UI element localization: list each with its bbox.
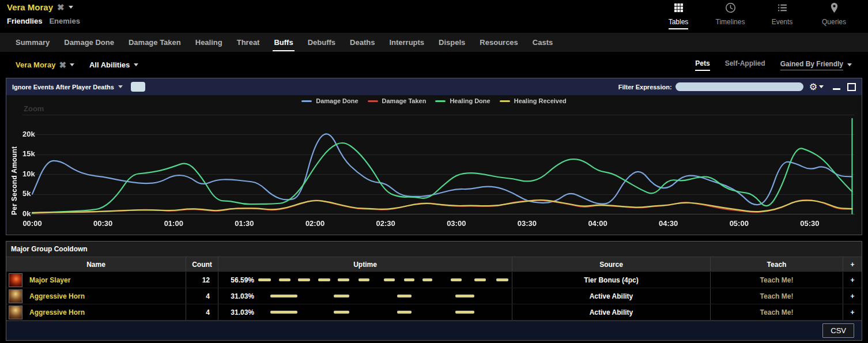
tab-debuffs[interactable]: Debuffs <box>308 33 335 52</box>
name-cell: Aggressive Horn <box>6 288 186 304</box>
ignore-deaths-toggle[interactable] <box>131 82 145 92</box>
report-page: { "header": { "player": {"name": "Vera M… <box>0 0 868 343</box>
teach-cell[interactable]: Teach Me! <box>711 288 843 304</box>
player-name: Vera Moray <box>16 61 55 69</box>
report-player-selector[interactable]: Vera Moray ✖ <box>7 2 80 12</box>
uptime-bar <box>258 288 508 304</box>
caret-down-icon <box>134 63 138 66</box>
chart-toolbar: Ignore Events After Player Deaths Filter… <box>6 78 862 95</box>
uptime-percent: 31.03% <box>218 308 254 316</box>
top-header: Vera Moray ✖ FriendliesEnemies TablesTim… <box>0 0 868 33</box>
uptime-segment <box>298 278 310 281</box>
uptime-bar <box>258 272 508 288</box>
ability-name-link[interactable]: Aggressive Horn <box>29 308 85 316</box>
filter-expression-input[interactable] <box>675 82 803 91</box>
minimize-icon[interactable] <box>833 84 840 91</box>
uptime-bar <box>258 304 508 320</box>
tab-threat[interactable]: Threat <box>237 33 260 52</box>
nav-item-timelines[interactable]: Timelines <box>704 0 756 33</box>
caret-down-icon[interactable] <box>819 85 824 88</box>
nav-item-events[interactable]: Events <box>756 0 808 33</box>
tab-damage-taken[interactable]: Damage Taken <box>129 33 181 52</box>
count-cell: 12 <box>186 272 218 288</box>
source-cell: Tier Bonus (4pc) <box>512 272 711 288</box>
tab-summary[interactable]: Summary <box>16 33 50 52</box>
uptime-cell: 31.03% <box>218 288 512 304</box>
close-icon[interactable]: ✖ <box>57 3 65 12</box>
nav-item-label: Tables <box>669 18 689 29</box>
filter-expression-label: Filter Expression: <box>618 84 672 91</box>
table-row: Major Slayer1256.59%Tier Bonus (4pc)Teac… <box>6 272 862 288</box>
map-pin-icon <box>829 3 839 18</box>
uptime-segment <box>397 311 412 314</box>
column-header-plus[interactable]: + <box>843 257 862 272</box>
source-cell: Active Ability <box>512 288 711 304</box>
column-header-teach[interactable]: Teach <box>711 257 843 272</box>
report-selectors: Vera Moray ✖ FriendliesEnemies <box>7 0 80 33</box>
teach-me-link[interactable]: Teach Me! <box>760 276 794 284</box>
column-header-count[interactable]: Count <box>186 257 218 272</box>
subbar-player-selector[interactable]: Vera Moray ✖ <box>16 61 74 69</box>
table-body: Major Slayer1256.59%Tier Bonus (4pc)Teac… <box>6 272 862 321</box>
tab-resources[interactable]: Resources <box>480 33 518 52</box>
tab-damage-done[interactable]: Damage Done <box>64 33 114 52</box>
table-footer: CSV <box>6 321 862 340</box>
tab-buffs[interactable]: Buffs <box>274 33 293 52</box>
table-row: Aggressive Horn431.03%Active AbilityTeac… <box>6 304 862 321</box>
column-header-name[interactable]: Name <box>6 257 186 272</box>
caret-down-icon <box>69 6 73 9</box>
uptime-segment <box>258 278 271 281</box>
group-tab-enemies[interactable]: Enemies <box>49 17 80 25</box>
close-icon[interactable]: ✖ <box>59 61 66 69</box>
buff-table-panel: Major Group Cooldown NameCountUptimeSour… <box>6 241 862 341</box>
teach-cell[interactable]: Teach Me! <box>711 272 843 288</box>
aggressive-horn-ability-icon[interactable] <box>9 289 22 303</box>
gear-icon[interactable]: ⚙ <box>809 82 817 92</box>
teach-cell[interactable]: Teach Me! <box>711 304 843 320</box>
nav-item-label: Queries <box>822 18 846 29</box>
name-cell: Major Slayer <box>6 272 186 288</box>
tab-casts[interactable]: Casts <box>533 33 553 52</box>
abilities-dropdown-label: All Abilities <box>89 61 130 69</box>
view-tab-pets[interactable]: Pets <box>695 59 710 71</box>
expand-row-button[interactable]: + <box>843 304 862 320</box>
caret-down-icon[interactable] <box>118 85 123 88</box>
tab-dispels[interactable]: Dispels <box>439 33 465 52</box>
uptime-segment <box>334 295 349 297</box>
view-nav: TablesTimelinesEventsQueries <box>652 0 868 33</box>
caret-down-icon <box>847 63 852 66</box>
table-row: Aggressive Horn431.03%Active AbilityTeac… <box>6 288 862 304</box>
tab-healing[interactable]: Healing <box>195 33 222 52</box>
csv-export-button[interactable]: CSV <box>822 323 854 338</box>
uptime-segment <box>451 278 462 281</box>
ignore-deaths-label: Ignore Events After Player Deaths <box>12 84 114 91</box>
uptime-segment <box>404 278 415 281</box>
nav-item-queries[interactable]: Queries <box>808 0 860 33</box>
teach-me-link[interactable]: Teach Me! <box>760 292 794 300</box>
column-header-source[interactable]: Source <box>512 257 711 272</box>
chart-plot-area[interactable]: Zoom Damage DoneDamage TakenHealing Done… <box>6 95 862 235</box>
tab-deaths[interactable]: Deaths <box>350 33 375 52</box>
gained-by-dropdown-label: Gained By Friendly <box>780 60 843 70</box>
uptime-segment <box>334 311 349 314</box>
source-cell: Active Ability <box>512 304 711 320</box>
teach-me-link[interactable]: Teach Me! <box>760 308 794 316</box>
ability-name-link[interactable]: Major Slayer <box>29 276 70 284</box>
column-header-uptime[interactable]: Uptime <box>218 257 512 272</box>
abilities-dropdown[interactable]: All Abilities <box>89 61 138 69</box>
gained-by-dropdown[interactable]: Gained By Friendly <box>780 60 852 70</box>
expand-row-button[interactable]: + <box>843 288 862 304</box>
maximize-icon[interactable] <box>847 83 856 91</box>
nav-item-label: Timelines <box>716 18 745 29</box>
group-tab-friendlies[interactable]: Friendlies <box>7 17 42 25</box>
expand-row-button[interactable]: + <box>843 272 862 288</box>
nav-item-tables[interactable]: Tables <box>652 0 704 33</box>
chart-canvas[interactable] <box>6 95 859 235</box>
major-slayer-ability-icon[interactable] <box>9 273 22 287</box>
uptime-segment <box>358 278 370 281</box>
ability-name-link[interactable]: Aggressive Horn <box>29 292 85 300</box>
view-tab-self-applied[interactable]: Self-Applied <box>725 59 765 71</box>
aggressive-horn-ability-icon[interactable] <box>9 306 22 319</box>
uptime-segment <box>455 295 475 297</box>
tab-interrupts[interactable]: Interrupts <box>389 33 424 52</box>
